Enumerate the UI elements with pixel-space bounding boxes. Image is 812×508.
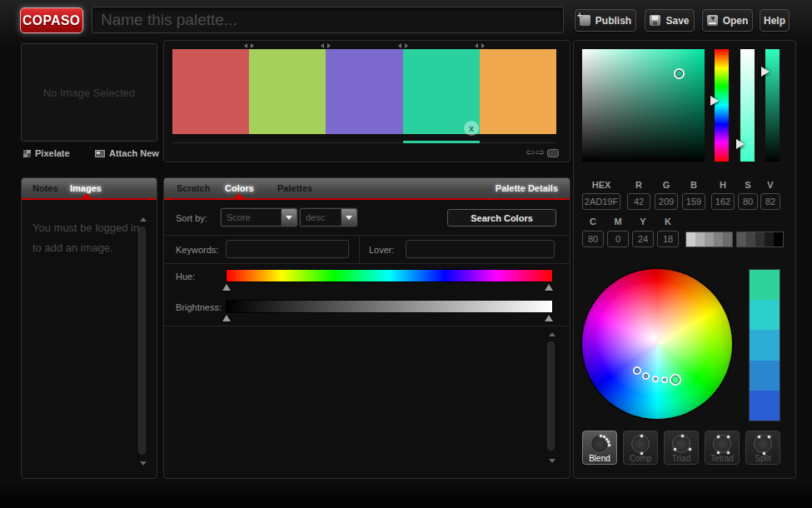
- gray-swatch[interactable]: [705, 232, 714, 247]
- chevron-down-icon[interactable]: [281, 209, 296, 226]
- copaso-app: COPASO Publish Save Open Help No Image S…: [0, 0, 812, 508]
- selected-swatch-underline: [403, 141, 480, 143]
- k-input[interactable]: [657, 231, 679, 247]
- brightness-max-handle[interactable]: [545, 315, 553, 321]
- tetrad-mode-button[interactable]: Tetrad: [705, 431, 740, 465]
- sv-marker[interactable]: [674, 68, 685, 79]
- palette-name-input[interactable]: [92, 7, 564, 33]
- swatch-divider-handle[interactable]: [319, 42, 332, 48]
- gray-swatch[interactable]: [746, 232, 755, 247]
- hue-label: Hue:: [176, 271, 195, 281]
- sort-field-select[interactable]: Score: [221, 208, 297, 227]
- gray-swatch[interactable]: [686, 232, 695, 247]
- chevron-down-icon[interactable]: [341, 209, 356, 226]
- blend-mode-button[interactable]: Blend: [582, 431, 617, 465]
- h-input[interactable]: [711, 193, 735, 210]
- divider: [164, 235, 570, 236]
- strip-resize-icon[interactable]: [547, 149, 559, 157]
- wheel-marker[interactable]: [661, 376, 668, 383]
- gray-swatch[interactable]: [695, 232, 705, 247]
- scroll-thumb[interactable]: [547, 341, 555, 451]
- triad-mode-button[interactable]: Triad: [664, 431, 699, 465]
- c-input[interactable]: [582, 231, 604, 247]
- swatch-divider-handle[interactable]: [242, 42, 256, 48]
- publish-button[interactable]: Publish: [575, 9, 636, 32]
- b-input[interactable]: [682, 193, 705, 210]
- swatch-divider-handle[interactable]: [473, 42, 486, 48]
- sort-direction-value: desc: [301, 212, 341, 222]
- remove-swatch-button[interactable]: x: [464, 121, 479, 136]
- center-tabbar: Scratch Colors Palettes Palette Details: [164, 178, 570, 200]
- attach-new-button[interactable]: Attach New: [95, 148, 159, 158]
- wheel-marker[interactable]: [642, 372, 650, 380]
- scroll-thumb[interactable]: [138, 227, 146, 455]
- open-button[interactable]: Open: [702, 9, 753, 32]
- palette-swatch-1[interactable]: [172, 49, 249, 134]
- m-input[interactable]: [607, 231, 629, 247]
- blend-color-4[interactable]: [750, 361, 780, 391]
- wheel-marker[interactable]: [652, 376, 659, 382]
- gray-swatch[interactable]: [774, 232, 783, 247]
- save-button[interactable]: Save: [645, 9, 695, 32]
- palette-swatch-3[interactable]: [326, 49, 402, 134]
- split-mode-button[interactable]: Split: [745, 431, 780, 465]
- publish-icon: [580, 15, 590, 26]
- hex-input[interactable]: [582, 193, 620, 210]
- r-label: R: [627, 180, 650, 190]
- split-icon: [754, 435, 772, 453]
- scroll-up-icon[interactable]: [549, 332, 555, 336]
- swap-arrows-icon[interactable]: ⇦⇨: [526, 146, 545, 158]
- save-icon: [650, 15, 660, 26]
- palette-swatch-2[interactable]: [249, 49, 326, 134]
- gray-swatch[interactable]: [723, 232, 732, 247]
- scroll-up-icon[interactable]: [140, 217, 147, 222]
- s-input[interactable]: [738, 193, 758, 210]
- keywords-input[interactable]: [226, 240, 349, 258]
- brightness-min-handle[interactable]: [222, 315, 231, 321]
- blend-color-3[interactable]: [750, 330, 780, 360]
- hue-bar-handle[interactable]: [710, 96, 719, 106]
- scroll-down-icon[interactable]: [140, 461, 147, 466]
- palette-details-label[interactable]: Palette Details: [496, 178, 558, 198]
- gray-swatch[interactable]: [737, 232, 746, 247]
- value-bar-handle[interactable]: [761, 67, 770, 77]
- scroll-down-icon[interactable]: [549, 459, 555, 463]
- h-label: H: [711, 180, 735, 190]
- r-input[interactable]: [627, 193, 650, 210]
- gray-swatch[interactable]: [765, 232, 774, 247]
- tab-palettes[interactable]: Palettes: [277, 178, 312, 198]
- blend-color-2[interactable]: [750, 300, 780, 330]
- hex-label: HEX: [582, 180, 620, 190]
- wheel-marker[interactable]: [633, 366, 641, 375]
- hue-min-handle[interactable]: [222, 284, 231, 291]
- gray-swatch[interactable]: [755, 232, 765, 247]
- login-message-line1: You must be logged in: [32, 222, 139, 234]
- copaso-logo[interactable]: COPASO: [20, 7, 83, 33]
- brightness-range-slider[interactable]: [226, 300, 553, 313]
- tab-notes[interactable]: Notes: [32, 178, 58, 198]
- pixelate-button[interactable]: Pixelate: [23, 148, 70, 158]
- blend-color-5[interactable]: [750, 391, 780, 421]
- tab-scratch[interactable]: Scratch: [177, 178, 210, 198]
- wheel-marker-active[interactable]: [670, 374, 681, 386]
- saturation-bar-handle[interactable]: [736, 139, 745, 149]
- v-input[interactable]: [760, 193, 780, 210]
- y-input[interactable]: [632, 231, 654, 247]
- blend-color-1[interactable]: [750, 270, 780, 300]
- saturation-value-square[interactable]: [582, 49, 705, 162]
- lover-input[interactable]: [406, 240, 555, 258]
- search-colors-button[interactable]: Search Colors: [447, 209, 556, 227]
- swatch-divider-handle[interactable]: [396, 42, 410, 48]
- g-input[interactable]: [655, 193, 678, 210]
- help-button[interactable]: Help: [760, 9, 790, 32]
- sort-by-label: Sort by:: [176, 213, 207, 223]
- color-wheel[interactable]: [582, 269, 732, 419]
- c-label: C: [582, 217, 604, 227]
- palette-swatch-5[interactable]: [480, 49, 556, 134]
- gray-swatch[interactable]: [714, 232, 723, 247]
- sort-direction-select[interactable]: desc: [300, 208, 357, 227]
- comp-mode-button[interactable]: Comp: [623, 431, 658, 465]
- hue-range-slider[interactable]: [226, 269, 553, 282]
- hue-max-handle[interactable]: [545, 284, 553, 291]
- divider: [164, 326, 570, 326]
